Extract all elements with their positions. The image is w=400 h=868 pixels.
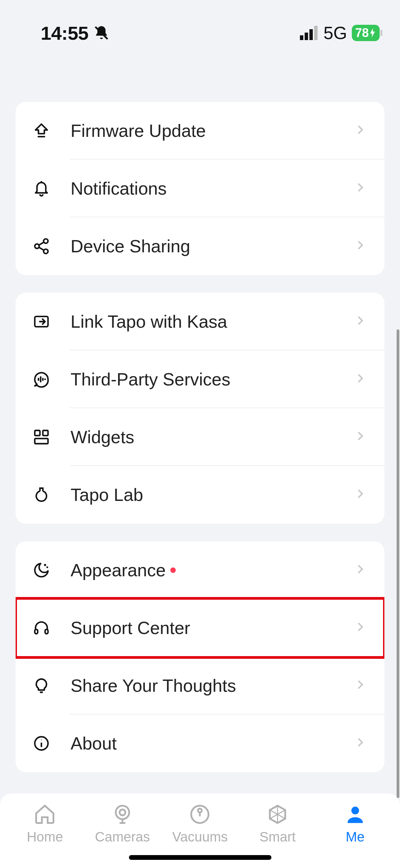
flask-icon: [32, 485, 51, 504]
link-box-icon: [32, 312, 51, 331]
setting-widgets[interactable]: Widgets: [16, 408, 384, 466]
row-label: About: [71, 733, 355, 754]
svg-line-10: [39, 242, 44, 245]
status-left: 14:55: [41, 22, 110, 44]
info-icon: [32, 734, 51, 753]
chevron-right-icon: [355, 737, 368, 750]
row-label: Share Your Thoughts: [71, 675, 355, 696]
setting-firmware-update[interactable]: Firmware Update: [16, 102, 384, 160]
headset-icon: [32, 618, 51, 637]
svg-point-31: [198, 809, 202, 812]
row-label: Link Tapo with Kasa: [71, 311, 355, 332]
row-label-text: Appearance: [71, 560, 166, 580]
tab-me[interactable]: Me: [325, 803, 386, 845]
chevron-right-icon: [355, 679, 368, 692]
svg-rect-17: [35, 431, 40, 436]
status-time: 14:55: [41, 22, 89, 44]
signal-icon: [300, 26, 319, 40]
svg-point-8: [35, 244, 39, 249]
settings-group: Appearance Support Center Share Your Tho…: [16, 541, 384, 772]
setting-device-sharing[interactable]: Device Sharing: [16, 217, 384, 275]
svg-rect-24: [45, 629, 48, 634]
chevron-right-icon: [355, 315, 368, 328]
battery-indicator: 78: [352, 25, 380, 41]
chevron-right-icon: [355, 182, 368, 195]
row-label: Widgets: [71, 427, 355, 447]
setting-notifications[interactable]: Notifications: [16, 160, 384, 217]
tab-cameras[interactable]: Cameras: [92, 803, 153, 845]
new-badge-dot: [170, 567, 176, 573]
row-label: Third-Party Services: [71, 369, 355, 390]
settings-group: Firmware Update Notifications Device Sha…: [16, 102, 384, 275]
status-bar: 14:55 5G 78: [0, 0, 400, 48]
setting-tapo-lab[interactable]: Tapo Lab: [16, 466, 384, 524]
svg-point-7: [44, 239, 48, 243]
me-tab-icon: [344, 803, 367, 826]
moon-icon: [32, 561, 51, 580]
setting-link-kasa[interactable]: Link Tapo with Kasa: [16, 293, 384, 350]
svg-rect-18: [43, 431, 48, 436]
voice-bubble-icon: [32, 370, 51, 389]
row-label: Notifications: [71, 178, 355, 199]
row-label: Support Center: [71, 618, 355, 638]
status-right: 5G 78: [300, 23, 380, 43]
tab-label: Vacuums: [172, 829, 228, 845]
chevron-right-icon: [355, 621, 368, 635]
home-indicator[interactable]: [129, 855, 271, 860]
row-label: Firmware Update: [71, 121, 355, 141]
vacuum-tab-icon: [188, 803, 211, 826]
chevron-right-icon: [355, 124, 368, 138]
chevron-right-icon: [355, 488, 368, 502]
setting-share-thoughts[interactable]: Share Your Thoughts: [16, 657, 384, 715]
row-label: Appearance: [71, 560, 355, 580]
svg-point-20: [45, 565, 45, 565]
chevron-right-icon: [355, 373, 368, 386]
bulb-icon: [32, 676, 51, 695]
settings-list[interactable]: Firmware Update Notifications Device Sha…: [0, 48, 400, 772]
chevron-right-icon: [355, 430, 368, 444]
svg-rect-19: [35, 438, 48, 444]
svg-point-28: [116, 806, 129, 819]
svg-rect-4: [314, 26, 318, 40]
row-label: Tapo Lab: [71, 485, 355, 505]
svg-rect-1: [300, 35, 303, 40]
bell-icon: [32, 179, 51, 198]
chevron-right-icon: [355, 563, 368, 577]
setting-appearance[interactable]: Appearance: [16, 541, 384, 599]
svg-rect-2: [305, 33, 308, 40]
widgets-icon: [32, 428, 51, 447]
home-tab-icon: [33, 803, 56, 826]
setting-support-center[interactable]: Support Center: [16, 599, 384, 657]
tab-label: Me: [346, 829, 365, 845]
settings-group: Link Tapo with Kasa Third-Party Services…: [16, 293, 384, 524]
chevron-right-icon: [355, 239, 368, 253]
upload-icon: [32, 121, 51, 140]
row-label: Device Sharing: [71, 236, 355, 256]
notifications-muted-icon: [93, 25, 110, 41]
camera-tab-icon: [111, 803, 134, 826]
scroll-indicator[interactable]: [397, 329, 399, 798]
share-icon: [32, 237, 51, 256]
tab-label: Home: [27, 829, 63, 845]
setting-third-party[interactable]: Third-Party Services: [16, 350, 384, 408]
svg-point-9: [44, 249, 48, 254]
network-type: 5G: [324, 23, 347, 43]
setting-about[interactable]: About: [16, 715, 384, 772]
svg-point-33: [351, 807, 359, 814]
battery-percent: 78: [355, 26, 369, 40]
tab-label: Smart: [260, 829, 296, 845]
tab-label: Cameras: [95, 829, 150, 845]
tab-home[interactable]: Home: [14, 803, 75, 845]
tab-smart[interactable]: Smart: [247, 803, 308, 845]
svg-rect-3: [309, 29, 313, 40]
tab-vacuums[interactable]: Vacuums: [169, 803, 230, 845]
svg-point-29: [119, 810, 125, 815]
svg-rect-23: [35, 629, 38, 634]
smart-tab-icon: [266, 803, 289, 826]
svg-line-11: [39, 247, 44, 250]
